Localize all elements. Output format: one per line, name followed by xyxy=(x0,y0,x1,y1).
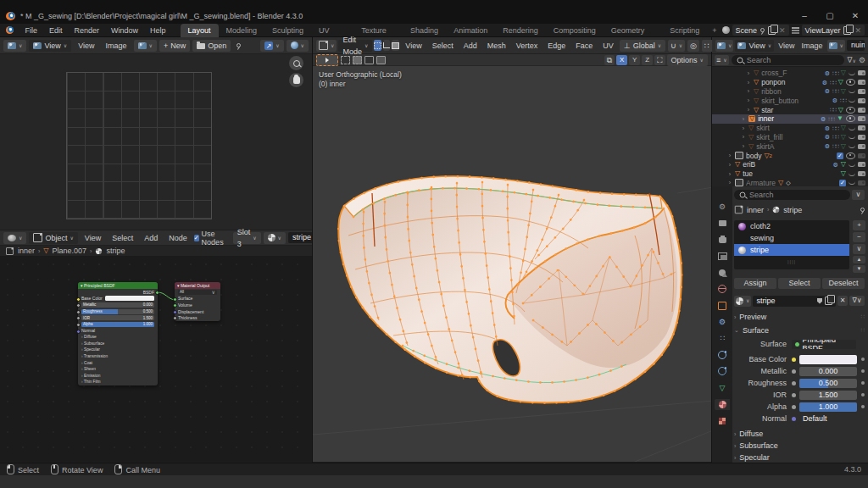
close-button[interactable]: ✕ xyxy=(843,11,868,20)
img-menu-view[interactable]: View xyxy=(776,42,797,50)
tab-sculpting[interactable]: Sculpting xyxy=(264,24,311,37)
tab-object[interactable] xyxy=(715,300,730,311)
options-dropdown[interactable]: Options∨ xyxy=(667,54,708,66)
maximize-button[interactable]: ▢ xyxy=(817,11,843,20)
duplicate-material-icon[interactable] xyxy=(825,297,832,305)
menu-window[interactable]: Window xyxy=(105,26,144,35)
base-color-swatch[interactable] xyxy=(799,355,857,364)
vp-menu-vertex[interactable]: Vertex xyxy=(512,42,542,50)
menu-render[interactable]: Render xyxy=(68,26,105,35)
output-target-dropdown[interactable]: All∨ xyxy=(175,289,220,296)
output-row-thickness[interactable]: Thickness xyxy=(175,314,220,321)
metallic-slider[interactable]: 0.000 xyxy=(799,367,857,376)
base-color-swatch[interactable] xyxy=(105,296,154,301)
pin-id-icon[interactable] xyxy=(860,208,865,212)
vp-menu-mesh[interactable]: Mesh xyxy=(483,42,510,50)
ior-slider[interactable]: 1.500 xyxy=(799,391,857,400)
scene-selector[interactable]: Scene ✕ xyxy=(732,25,789,36)
tab-constraints[interactable] xyxy=(715,366,730,377)
mirror-z-button[interactable]: Z xyxy=(642,55,653,65)
outliner-row-inner[interactable]: ›▽inner⚙∷∷▼ xyxy=(712,114,868,124)
hide-icon[interactable] xyxy=(846,152,855,159)
slot-sewing[interactable]: sewing xyxy=(734,232,849,244)
mirror-y-button[interactable]: Y xyxy=(629,55,640,65)
node-header[interactable]: ▾ Material Output xyxy=(175,282,220,289)
node-output-bsdf[interactable]: BSDF xyxy=(78,289,158,296)
image-menu-image[interactable]: Image xyxy=(102,42,131,50)
zoom-tool-button[interactable] xyxy=(289,56,303,70)
browse-material-button[interactable]: ∨ xyxy=(734,296,751,307)
animate-dot[interactable] xyxy=(861,405,865,408)
shader-menu-node[interactable]: Node xyxy=(164,234,192,242)
outliner-row-cross_F[interactable]: ›▽cross_F⚙∷∷▽ xyxy=(712,69,868,78)
node-section-coat[interactable]: Coat xyxy=(78,360,158,367)
tab-particles[interactable]: ∷ xyxy=(715,333,730,344)
new-image-button[interactable]: + New xyxy=(159,40,190,52)
pin-icon[interactable] xyxy=(760,28,765,32)
tab-output[interactable] xyxy=(715,235,730,246)
unlink-material-button[interactable]: ✕ xyxy=(837,296,848,306)
tab-modeling[interactable]: Modeling xyxy=(219,24,265,37)
slot-cloth2[interactable]: cloth2 xyxy=(734,220,849,232)
hide-icon[interactable] xyxy=(849,144,855,148)
outliner-row-tue[interactable]: ›▽tue▽ xyxy=(712,169,868,179)
hide-icon[interactable] xyxy=(849,89,855,93)
normal-socket[interactable] xyxy=(76,330,81,334)
tab-physics[interactable] xyxy=(715,350,730,361)
tab-compositing[interactable]: Compositing xyxy=(546,24,604,37)
vp-menu-select[interactable]: Select xyxy=(428,42,458,50)
hide-icon[interactable] xyxy=(849,98,855,103)
tab-texture[interactable] xyxy=(715,415,730,426)
animate-dot[interactable] xyxy=(861,369,865,373)
output-row-surface[interactable]: Surface xyxy=(175,296,220,302)
move-slot-down-button[interactable]: ▼ xyxy=(853,265,865,273)
node-section-emission[interactable]: Emission xyxy=(78,373,158,380)
tab-world[interactable] xyxy=(715,284,730,295)
menu-edit[interactable]: Edit xyxy=(43,26,69,35)
animate-dot[interactable] xyxy=(861,358,865,361)
node-row-normal[interactable]: Normal xyxy=(78,328,158,335)
proportional-edit-button[interactable]: ◎ xyxy=(687,40,699,52)
hide-icon[interactable] xyxy=(849,71,855,75)
outliner-row-skirtA[interactable]: ›▽skirtA⚙∷∷▽ xyxy=(712,141,868,151)
camera-visibility-icon[interactable] xyxy=(858,162,865,167)
material-filter-button[interactable]: ∇∨ xyxy=(849,296,865,306)
properties-search-input[interactable]: Search xyxy=(734,190,850,200)
pin-image-icon[interactable] xyxy=(236,43,241,47)
vp-menu-add[interactable]: Add xyxy=(459,42,481,50)
outliner-row-star[interactable]: ›▽star∷∷▽ xyxy=(712,105,868,114)
hide-icon[interactable] xyxy=(849,172,855,176)
tab-object-data[interactable]: ▽ xyxy=(715,382,730,393)
img-menu-image[interactable]: Image xyxy=(799,42,826,50)
shader-menu-add[interactable]: Add xyxy=(140,234,162,242)
viewport-canvas[interactable]: User Orthographic (Local) (0) inner xyxy=(313,66,711,462)
material-name-field[interactable]: stripe xyxy=(753,296,836,307)
tab-scripting[interactable]: Scripting xyxy=(662,24,707,37)
output-row-displacement[interactable]: Displacement xyxy=(175,308,220,315)
view-layer-icon[interactable] xyxy=(792,27,799,34)
breadcrumb-material[interactable]: stripe xyxy=(783,206,802,214)
add-workspace-button[interactable]: + xyxy=(707,26,721,35)
editor-type-button[interactable]: ∨ xyxy=(3,40,26,52)
select-button[interactable]: Select xyxy=(778,278,821,289)
camera-visibility-icon[interactable] xyxy=(858,116,865,121)
node-row-metallic[interactable]: Metallic0.000 xyxy=(78,302,158,308)
mode-dropdown[interactable]: Edit Mode∨ xyxy=(338,40,372,52)
properties-options-button[interactable]: ∨ xyxy=(852,190,865,200)
breadcrumb-object[interactable]: inner xyxy=(747,206,764,214)
copy-view-layer-icon[interactable] xyxy=(843,26,851,35)
open-image-button[interactable]: Open xyxy=(192,40,231,52)
subsurface-section-header[interactable]: ›Subsurface xyxy=(734,441,865,451)
assign-button[interactable]: Assign xyxy=(734,278,776,289)
roughness-slider[interactable]: 0.500 xyxy=(799,379,857,388)
hide-icon[interactable] xyxy=(849,126,855,130)
node-section-sheen[interactable]: Sheen xyxy=(78,366,158,373)
transform-orientation-dropdown[interactable]: ⊥ Global∨ xyxy=(620,40,665,52)
editor-type-button[interactable]: ∨ xyxy=(316,40,337,52)
browse-image-button[interactable]: ∨ xyxy=(134,40,157,52)
edge-select-mode-button[interactable] xyxy=(383,40,390,51)
shader-type-dropdown[interactable]: Object∨ xyxy=(29,232,77,244)
collection-checkbox[interactable]: ✓ xyxy=(839,180,846,186)
camera-visibility-icon[interactable] xyxy=(858,125,865,130)
node-row-base-color[interactable]: Base Color xyxy=(78,296,158,302)
